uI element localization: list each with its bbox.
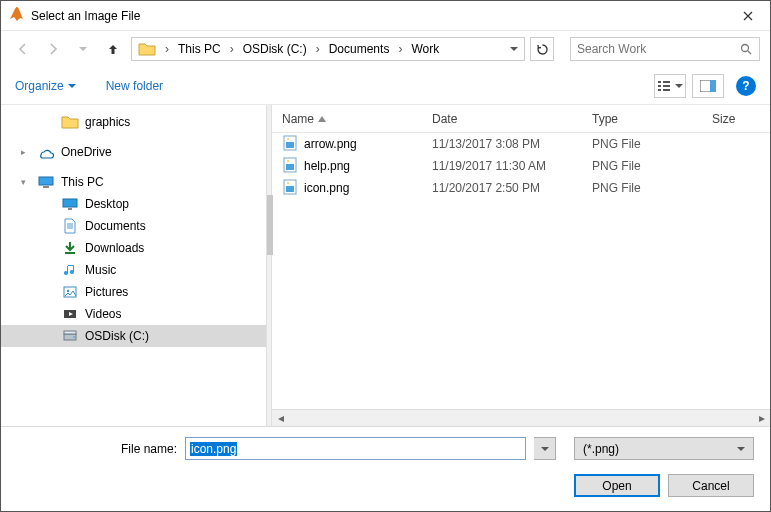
- svg-rect-5: [663, 85, 670, 87]
- address-dropdown[interactable]: [506, 39, 522, 59]
- filename-history-dropdown[interactable]: [534, 437, 556, 460]
- svg-point-14: [67, 290, 69, 292]
- svg-rect-23: [286, 164, 294, 170]
- tree-item-label: OSDisk (C:): [85, 329, 149, 343]
- tree-item-label: Pictures: [85, 285, 128, 299]
- tree-item-osdisk-c-[interactable]: OSDisk (C:): [1, 325, 266, 347]
- column-type[interactable]: Type: [582, 112, 702, 126]
- breadcrumb-seg-0[interactable]: This PC: [174, 39, 225, 59]
- tree-item-label: Videos: [85, 307, 121, 321]
- column-date[interactable]: Date: [422, 112, 582, 126]
- svg-rect-3: [658, 89, 661, 91]
- pc-icon: [37, 174, 55, 190]
- videos-icon: [61, 306, 79, 322]
- file-type: PNG File: [582, 159, 702, 173]
- nav-up-button[interactable]: [101, 37, 125, 61]
- svg-rect-26: [286, 186, 294, 192]
- cancel-button[interactable]: Cancel: [668, 474, 754, 497]
- tree-item-label: Desktop: [85, 197, 129, 211]
- folder-icon: [134, 39, 160, 59]
- png-file-icon: [282, 135, 298, 154]
- column-headers[interactable]: Name Date Type Size: [272, 105, 770, 133]
- file-type-filter[interactable]: (*.png): [574, 437, 754, 460]
- svg-rect-1: [658, 81, 661, 83]
- scroll-right-icon[interactable]: ▸: [753, 410, 770, 427]
- tree-item-pictures[interactable]: Pictures: [1, 281, 266, 303]
- window-title: Select an Image File: [31, 9, 725, 23]
- svg-rect-2: [658, 85, 661, 87]
- column-size[interactable]: Size: [702, 112, 770, 126]
- chevron-right-icon[interactable]: ›: [313, 42, 323, 56]
- open-button[interactable]: Open: [574, 474, 660, 497]
- tree-item-this-pc[interactable]: ▾This PC: [1, 171, 266, 193]
- svg-rect-10: [43, 186, 49, 188]
- tree-item-desktop[interactable]: Desktop: [1, 193, 266, 215]
- tree-item-graphics[interactable]: graphics: [1, 111, 266, 133]
- svg-rect-6: [663, 89, 670, 91]
- breadcrumb-seg-1[interactable]: OSDisk (C:): [239, 39, 311, 59]
- organize-label: Organize: [15, 79, 64, 93]
- file-row[interactable]: arrow.png11/13/2017 3:08 PMPNG File: [272, 133, 770, 155]
- tree-item-onedrive[interactable]: ▸OneDrive: [1, 141, 266, 163]
- file-row[interactable]: help.png11/19/2017 11:30 AMPNG File: [272, 155, 770, 177]
- refresh-button[interactable]: [530, 37, 554, 61]
- expand-icon[interactable]: ▸: [21, 147, 31, 157]
- view-options-button[interactable]: [654, 74, 686, 98]
- onedrive-icon: [37, 144, 55, 160]
- scroll-left-icon[interactable]: ◂: [272, 410, 289, 427]
- desktop-icon: [61, 196, 79, 212]
- file-type: PNG File: [582, 137, 702, 151]
- nav-forward-button[interactable]: [41, 37, 65, 61]
- organize-menu[interactable]: Organize: [15, 79, 76, 93]
- file-row[interactable]: icon.png11/20/2017 2:50 PMPNG File: [272, 177, 770, 199]
- svg-rect-20: [286, 142, 294, 148]
- address-bar[interactable]: › This PC › OSDisk (C:) › Documents › Wo…: [131, 37, 525, 61]
- chevron-right-icon[interactable]: ›: [162, 42, 172, 56]
- nav-back-button[interactable]: [11, 37, 35, 61]
- svg-rect-12: [68, 208, 72, 210]
- svg-point-24: [287, 160, 289, 162]
- recent-locations-button[interactable]: [71, 37, 95, 61]
- chevron-right-icon[interactable]: ›: [227, 42, 237, 56]
- svg-point-21: [287, 138, 289, 140]
- breadcrumb-seg-3[interactable]: Work: [407, 39, 443, 59]
- filename-value: icon.png: [190, 442, 237, 456]
- horizontal-scrollbar[interactable]: ◂ ▸: [272, 409, 770, 426]
- preview-pane-button[interactable]: [692, 74, 724, 98]
- svg-rect-8: [710, 80, 716, 92]
- documents-icon: [61, 218, 79, 234]
- file-date: 11/20/2017 2:50 PM: [422, 181, 582, 195]
- new-folder-button[interactable]: New folder: [106, 79, 163, 93]
- search-input[interactable]: [577, 42, 740, 56]
- disk-icon: [61, 328, 79, 344]
- filter-label: (*.png): [583, 442, 619, 456]
- matlab-icon: [9, 6, 25, 25]
- tree-item-documents[interactable]: Documents: [1, 215, 266, 237]
- file-date: 11/19/2017 11:30 AM: [422, 159, 582, 173]
- svg-rect-18: [64, 331, 76, 334]
- close-button[interactable]: [725, 1, 770, 31]
- column-name[interactable]: Name: [272, 112, 422, 126]
- file-name: arrow.png: [304, 137, 357, 151]
- tree-item-videos[interactable]: Videos: [1, 303, 266, 325]
- breadcrumb-seg-2[interactable]: Documents: [325, 39, 394, 59]
- pictures-icon: [61, 284, 79, 300]
- svg-point-27: [287, 182, 289, 184]
- downloads-icon: [61, 240, 79, 256]
- file-name: help.png: [304, 159, 350, 173]
- expand-icon[interactable]: ▾: [21, 177, 31, 187]
- tree-item-label: Music: [85, 263, 116, 277]
- tree-item-downloads[interactable]: Downloads: [1, 237, 266, 259]
- png-file-icon: [282, 179, 298, 198]
- search-box[interactable]: [570, 37, 760, 61]
- tree-item-music[interactable]: Music: [1, 259, 266, 281]
- file-type: PNG File: [582, 181, 702, 195]
- chevron-right-icon[interactable]: ›: [395, 42, 405, 56]
- search-icon: [740, 43, 753, 56]
- nav-tree[interactable]: graphics▸OneDrive▾This PCDesktopDocument…: [1, 105, 266, 426]
- svg-rect-4: [663, 81, 670, 83]
- filename-input[interactable]: icon.png: [185, 437, 526, 460]
- help-button[interactable]: ?: [736, 76, 756, 96]
- tree-item-label: OneDrive: [61, 145, 112, 159]
- tree-item-label: graphics: [85, 115, 130, 129]
